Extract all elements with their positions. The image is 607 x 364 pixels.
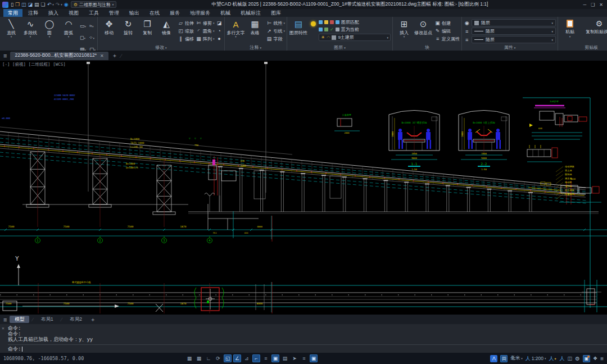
ribbon-tab-机械标注[interactable]: 机械标注 [236,9,265,17]
close-icon[interactable]: ✕ [2,326,4,331]
menu-icon[interactable]: ≡ [3,316,7,323]
ribbon-button-多行文字[interactable]: A多行文字▾ [227,18,246,38]
quick-properties-icon[interactable]: ▤ [281,354,289,362]
minimize-button[interactable]: ─ [583,2,586,7]
object-snap-icon[interactable]: ◱ [224,354,232,362]
layer-walk-icon[interactable] [336,28,339,31]
command-window[interactable]: ✕ 命令:命令:贱人工具箱已加载，启动命令：y、yy 命令: [0,324,607,353]
ribbon-button-图层特性[interactable]: ▤图层特性 [289,18,308,35]
panel-label-properties[interactable]: 属性▾ [464,44,556,51]
model-space-icon[interactable]: 回 [500,355,508,362]
performance-icon[interactable]: ▣ [583,355,590,362]
ribbon-small-button[interactable]: ◔ [216,28,223,34]
snap-tracking-icon[interactable]: ⊿ [243,354,251,362]
ribbon-tab-图库[interactable]: 图库 [266,9,286,17]
copy-paste-settings-button[interactable]: ⚙ 复制粘贴设置 [582,18,607,35]
selection-cycling-icon[interactable]: ➤ [291,354,298,362]
workspace-dropdown[interactable]: ⚙ 二维草图与注释 ▾ [71,1,117,8]
ribbon-button-圆[interactable]: ◯圆▾ [40,18,59,38]
save-as-icon[interactable]: ◪ [28,2,33,7]
layer-unlock-icon[interactable] [319,28,323,31]
cad-drawing[interactable]: B=1000 35°槽形托辊 3000 1950 5000 1-1 1:50 [0,61,607,315]
paste-button[interactable]: 粘贴 ▾ [560,18,580,38]
print-preview-icon[interactable]: ❏ [41,2,46,7]
layer-dropdown[interactable]: ☀ ◠ 9土建层 ▾ [319,34,391,41]
panel-label-modify[interactable]: 修改▾ [99,44,223,51]
new-tab-button[interactable]: ＋ [112,52,117,60]
ortho-mode-icon[interactable]: ∟ [205,354,212,362]
panel-label-layer[interactable]: 图层▾ [289,44,391,51]
layer-isolate-icon[interactable] [336,20,339,24]
ribbon-button-修改基点[interactable]: ⊙修改基点 [414,18,433,38]
help-icon[interactable]: ◉ [64,2,69,7]
color-dropdown[interactable]: 随层▾ [472,19,556,26]
set-current-layer-button[interactable]: 置为当前 [341,26,359,33]
snap-mode-icon[interactable]: ▦ [195,354,203,362]
app-logo[interactable] [2,2,8,8]
close-icon[interactable]: ✕ [100,53,104,58]
ribbon-button-表格[interactable]: ▦表格 [246,18,265,38]
save-file-icon[interactable]: ◫ [21,2,26,7]
drawing-canvas[interactable]: [-] [俯视] [二维线框] [WCS] [0,61,607,315]
document-tab[interactable]: 22388-5620-B00...机安装图20210812*✕ [10,52,108,60]
customize-menu-icon[interactable]: ≡ [600,356,604,362]
clean-screen-icon[interactable]: ❖ [593,356,597,361]
ribbon-button-旋转[interactable]: ↻旋转 [119,18,138,35]
hardware-accel-icon[interactable]: ▣ [310,354,318,362]
polar-angle-icon[interactable]: ∠ [233,354,241,362]
ribbon-small-button-创建[interactable]: ▣创建 [434,20,451,26]
ribbon-small-button-阵列[interactable]: ▦阵列▾ [196,36,215,42]
unit-dropdown[interactable]: 毫米▾ [510,355,523,362]
menu-icon[interactable]: ≡ [3,52,7,59]
ribbon-mini-button[interactable]: ≈▾ [89,20,93,30]
ribbon-small-button-字段[interactable]: ▤字段 [266,36,283,42]
ribbon-mini-button[interactable]: ▨▾ [80,43,86,51]
ribbon-button-多段线[interactable]: ∿多段线▾ [21,18,40,38]
layer-freeze-icon[interactable] [319,20,323,24]
ribbon-small-button-编辑[interactable]: ✎编辑 [434,28,451,34]
print-icon[interactable]: ▤ [34,2,39,7]
new-file-icon[interactable]: ▯ [11,2,13,7]
ribbon-tab-地理服务[interactable]: 地理服务 [185,9,215,17]
ribbon-tab-机械[interactable]: 机械 [216,9,235,17]
layer-thaw-icon[interactable] [324,28,328,31]
add-scale-icon[interactable]: 人✦ [549,355,557,362]
ribbon-button-圆弧[interactable]: ◠圆弧▾ [59,18,78,38]
layer-off-icon[interactable] [330,20,334,24]
maximize-button[interactable]: ❑ [591,2,595,7]
grid-display-icon[interactable]: ▦ [185,354,193,362]
add-layout-button[interactable]: ＋ [90,316,96,324]
linetype-dropdown[interactable]: 随层▾ [472,36,556,43]
ribbon-small-button-引线[interactable]: ↗引线▾ [266,28,286,34]
viewport-controls[interactable]: [-] [俯视] [二维线框] [WCS] [2,62,66,67]
ribbon-tab-视图[interactable]: 视图 [64,9,83,17]
gear-icon[interactable]: ⚙ [575,356,580,362]
ribbon-mini-button[interactable]: ▢▾ [89,43,96,51]
ribbon-tab-工具[interactable]: 工具 [84,9,103,17]
command-input[interactable]: 命令: [8,344,607,352]
undo-icon[interactable]: ↶ [47,2,52,7]
layout-tab-布局1[interactable]: 布局1 [36,316,58,323]
ribbon-tab-管理[interactable]: 管理 [105,9,124,17]
layout-tab-模型[interactable]: 模型 [10,316,29,323]
ribbon-small-button-缩放[interactable]: ◰缩放 [178,28,194,34]
isolate-objects-icon[interactable]: ◫ [568,356,573,361]
ribbon-small-button-拉伸[interactable]: ▱拉伸 [178,20,194,26]
ribbon-button-直线[interactable]: ╲直线▾ [2,18,21,38]
check-icon[interactable]: ✓ [330,27,334,32]
ribbon-mini-button[interactable]: ◻▾ [80,31,85,42]
close-button[interactable]: ✕ [599,2,603,7]
panel-label-annotate[interactable]: 注释▾ [227,44,286,51]
ribbon-tab-输出[interactable]: 输出 [125,9,144,17]
ribbon-small-button-修剪[interactable]: ✄修剪▾ [196,20,215,26]
open-file-icon[interactable]: ❐ [15,2,20,7]
layer-lock-icon[interactable] [324,20,328,24]
annotation-visibility-icon[interactable]: 人 [560,355,565,362]
ribbon-small-button-圆角[interactable]: ◜圆角▾ [196,28,215,34]
layer-match-button[interactable]: 图层匹配 [341,19,359,25]
ribbon-button-插入[interactable]: ⊞插入▾ [395,18,414,38]
layout-tab-布局2[interactable]: 布局2 [65,316,87,323]
ribbon-tab-服务[interactable]: 服务 [165,9,184,17]
ribbon-button-复制[interactable]: ❐复制 [138,18,157,35]
polar-tracking-icon[interactable]: ⟳ [214,354,222,362]
